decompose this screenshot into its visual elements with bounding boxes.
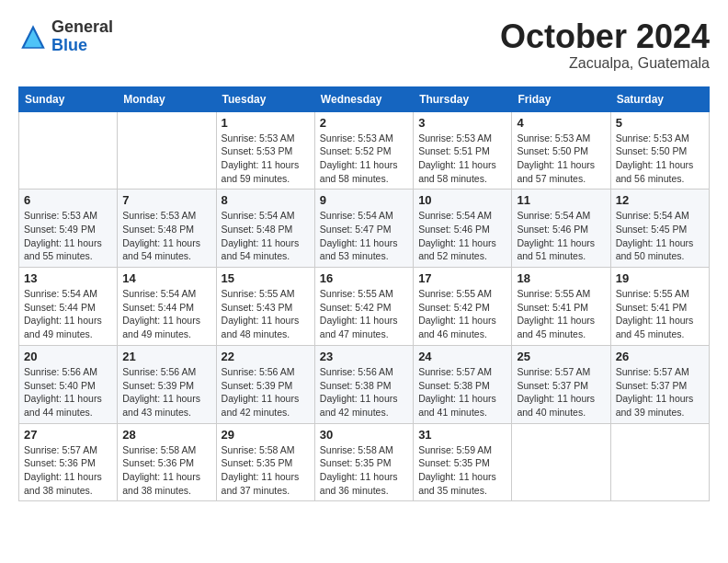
calendar-cell: 23Sunrise: 5:56 AMSunset: 5:38 PMDayligh… <box>314 345 413 423</box>
calendar-cell: 21Sunrise: 5:56 AMSunset: 5:39 PMDayligh… <box>118 345 216 423</box>
calendar-cell: 8Sunrise: 5:54 AMSunset: 5:48 PMDaylight… <box>216 190 314 268</box>
calendar-cell: 19Sunrise: 5:55 AMSunset: 5:41 PMDayligh… <box>610 268 709 346</box>
calendar-table: SundayMondayTuesdayWednesdayThursdayFrid… <box>18 86 710 502</box>
calendar-cell: 22Sunrise: 5:56 AMSunset: 5:39 PMDayligh… <box>216 345 314 423</box>
day-number: 23 <box>320 350 408 363</box>
weekday-header: Saturday <box>610 86 709 111</box>
day-info: Sunrise: 5:57 AMSunset: 5:36 PMDaylight:… <box>24 443 112 498</box>
day-number: 29 <box>222 428 310 442</box>
weekday-header: Wednesday <box>314 86 413 111</box>
day-info: Sunrise: 5:58 AMSunset: 5:36 PMDaylight:… <box>122 443 210 498</box>
day-number: 24 <box>418 350 506 363</box>
day-info: Sunrise: 5:55 AMSunset: 5:42 PMDaylight:… <box>320 287 408 341</box>
day-info: Sunrise: 5:54 AMSunset: 5:44 PMDaylight:… <box>24 287 112 341</box>
day-info: Sunrise: 5:53 AMSunset: 5:53 PMDaylight:… <box>222 132 310 186</box>
calendar-cell: 7Sunrise: 5:53 AMSunset: 5:48 PMDaylight… <box>118 190 216 268</box>
day-info: Sunrise: 5:57 AMSunset: 5:37 PMDaylight:… <box>517 365 605 419</box>
day-number: 8 <box>222 193 310 207</box>
weekday-header: Thursday <box>414 86 512 111</box>
calendar-cell: 31Sunrise: 5:59 AMSunset: 5:35 PMDayligh… <box>414 423 512 501</box>
day-number: 30 <box>320 428 408 442</box>
calendar-cell: 9Sunrise: 5:54 AMSunset: 5:47 PMDaylight… <box>314 190 413 268</box>
day-number: 2 <box>320 116 408 130</box>
day-info: Sunrise: 5:58 AMSunset: 5:35 PMDaylight:… <box>222 443 310 498</box>
calendar-cell: 5Sunrise: 5:53 AMSunset: 5:50 PMDaylight… <box>610 111 709 190</box>
title-block: October 2024 Zacualpa, Guatemala <box>500 18 710 72</box>
day-number: 12 <box>616 193 704 207</box>
day-info: Sunrise: 5:54 AMSunset: 5:46 PMDaylight:… <box>517 209 605 263</box>
day-number: 25 <box>517 350 605 363</box>
day-number: 5 <box>616 116 704 130</box>
day-info: Sunrise: 5:53 AMSunset: 5:52 PMDaylight:… <box>320 132 408 186</box>
calendar-cell: 1Sunrise: 5:53 AMSunset: 5:53 PMDaylight… <box>216 111 314 190</box>
day-info: Sunrise: 5:55 AMSunset: 5:43 PMDaylight:… <box>222 287 310 341</box>
day-info: Sunrise: 5:54 AMSunset: 5:46 PMDaylight:… <box>418 209 506 263</box>
day-number: 14 <box>122 271 210 285</box>
calendar-cell <box>610 423 709 501</box>
day-number: 10 <box>418 193 506 207</box>
calendar-cell: 12Sunrise: 5:54 AMSunset: 5:45 PMDayligh… <box>610 190 709 268</box>
calendar-cell: 25Sunrise: 5:57 AMSunset: 5:37 PMDayligh… <box>512 345 610 423</box>
day-info: Sunrise: 5:53 AMSunset: 5:50 PMDaylight:… <box>616 132 704 186</box>
day-number: 28 <box>122 428 210 442</box>
day-info: Sunrise: 5:54 AMSunset: 5:44 PMDaylight:… <box>122 287 210 341</box>
day-info: Sunrise: 5:55 AMSunset: 5:42 PMDaylight:… <box>418 287 506 341</box>
calendar-cell <box>118 111 216 190</box>
calendar-cell: 14Sunrise: 5:54 AMSunset: 5:44 PMDayligh… <box>118 268 216 346</box>
calendar-cell: 4Sunrise: 5:53 AMSunset: 5:50 PMDaylight… <box>512 111 610 190</box>
page-header: General Blue October 2024 Zacualpa, Guat… <box>18 18 710 72</box>
weekday-header: Friday <box>512 86 610 111</box>
day-info: Sunrise: 5:54 AMSunset: 5:47 PMDaylight:… <box>320 209 408 263</box>
day-number: 7 <box>122 193 210 207</box>
weekday-header: Tuesday <box>216 86 314 111</box>
calendar-cell: 28Sunrise: 5:58 AMSunset: 5:36 PMDayligh… <box>118 423 216 501</box>
day-info: Sunrise: 5:54 AMSunset: 5:45 PMDaylight:… <box>616 209 704 263</box>
logo: General Blue <box>18 18 113 55</box>
calendar-cell <box>512 423 610 501</box>
calendar-cell: 2Sunrise: 5:53 AMSunset: 5:52 PMDaylight… <box>314 111 413 190</box>
day-info: Sunrise: 5:55 AMSunset: 5:41 PMDaylight:… <box>616 287 704 341</box>
calendar-cell: 29Sunrise: 5:58 AMSunset: 5:35 PMDayligh… <box>216 423 314 501</box>
day-info: Sunrise: 5:55 AMSunset: 5:41 PMDaylight:… <box>517 287 605 341</box>
weekday-header: Sunday <box>19 86 118 111</box>
day-info: Sunrise: 5:53 AMSunset: 5:49 PMDaylight:… <box>24 209 112 263</box>
day-info: Sunrise: 5:56 AMSunset: 5:39 PMDaylight:… <box>222 365 310 419</box>
calendar-cell: 15Sunrise: 5:55 AMSunset: 5:43 PMDayligh… <box>216 268 314 346</box>
day-number: 17 <box>418 271 506 285</box>
day-info: Sunrise: 5:57 AMSunset: 5:38 PMDaylight:… <box>418 365 506 419</box>
weekday-header: Monday <box>118 86 216 111</box>
calendar-cell <box>19 111 118 190</box>
day-info: Sunrise: 5:59 AMSunset: 5:35 PMDaylight:… <box>418 443 506 498</box>
day-info: Sunrise: 5:53 AMSunset: 5:48 PMDaylight:… <box>122 209 210 263</box>
day-number: 27 <box>24 428 112 442</box>
logo-blue: Blue <box>51 36 87 54</box>
calendar-cell: 18Sunrise: 5:55 AMSunset: 5:41 PMDayligh… <box>512 268 610 346</box>
day-number: 16 <box>320 271 408 285</box>
calendar-week-row: 6Sunrise: 5:53 AMSunset: 5:49 PMDaylight… <box>19 190 710 268</box>
day-info: Sunrise: 5:58 AMSunset: 5:35 PMDaylight:… <box>320 443 408 498</box>
day-number: 4 <box>517 116 605 130</box>
day-number: 18 <box>517 271 605 285</box>
calendar-cell: 30Sunrise: 5:58 AMSunset: 5:35 PMDayligh… <box>314 423 413 501</box>
day-number: 20 <box>24 350 112 363</box>
day-number: 11 <box>517 193 605 207</box>
calendar-cell: 27Sunrise: 5:57 AMSunset: 5:36 PMDayligh… <box>19 423 118 501</box>
day-info: Sunrise: 5:53 AMSunset: 5:50 PMDaylight:… <box>517 132 605 186</box>
logo-text: General Blue <box>51 18 113 55</box>
calendar-cell: 13Sunrise: 5:54 AMSunset: 5:44 PMDayligh… <box>19 268 118 346</box>
calendar-cell: 10Sunrise: 5:54 AMSunset: 5:46 PMDayligh… <box>414 190 512 268</box>
day-number: 19 <box>616 271 704 285</box>
calendar-week-row: 1Sunrise: 5:53 AMSunset: 5:53 PMDaylight… <box>19 111 710 190</box>
logo-general: General <box>51 17 113 36</box>
calendar-cell: 24Sunrise: 5:57 AMSunset: 5:38 PMDayligh… <box>414 345 512 423</box>
calendar-week-row: 13Sunrise: 5:54 AMSunset: 5:44 PMDayligh… <box>19 268 710 346</box>
calendar-cell: 20Sunrise: 5:56 AMSunset: 5:40 PMDayligh… <box>19 345 118 423</box>
calendar-cell: 16Sunrise: 5:55 AMSunset: 5:42 PMDayligh… <box>314 268 413 346</box>
day-info: Sunrise: 5:53 AMSunset: 5:51 PMDaylight:… <box>418 132 506 186</box>
day-info: Sunrise: 5:54 AMSunset: 5:48 PMDaylight:… <box>222 209 310 263</box>
day-number: 9 <box>320 193 408 207</box>
calendar-cell: 26Sunrise: 5:57 AMSunset: 5:37 PMDayligh… <box>610 345 709 423</box>
location: Zacualpa, Guatemala <box>500 55 710 72</box>
calendar-cell: 6Sunrise: 5:53 AMSunset: 5:49 PMDaylight… <box>19 190 118 268</box>
day-info: Sunrise: 5:56 AMSunset: 5:40 PMDaylight:… <box>24 365 112 419</box>
